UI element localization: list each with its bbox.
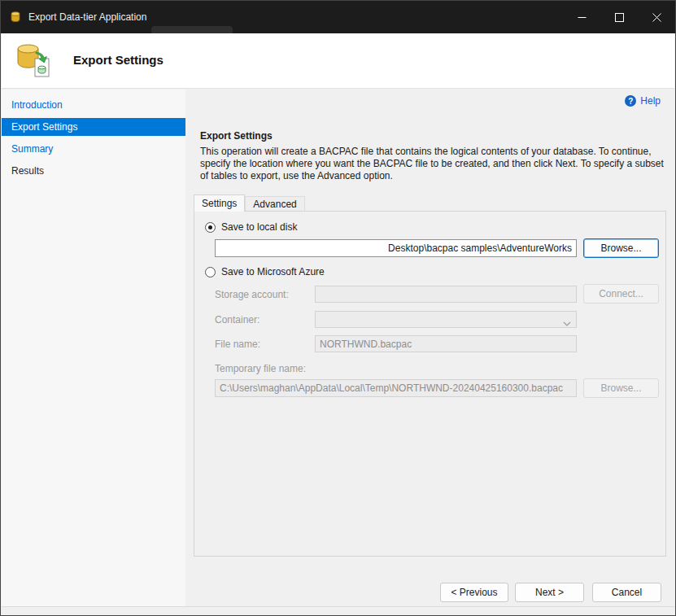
sidebar-item-introduction[interactable]: Introduction xyxy=(2,96,185,114)
save-to-local-disk-label: Save to local disk xyxy=(221,221,297,233)
wizard-header: Export Settings xyxy=(2,33,674,89)
close-button[interactable] xyxy=(638,1,675,33)
browse-local-button[interactable]: Browse... xyxy=(583,238,659,258)
sidebar-item-summary[interactable]: Summary xyxy=(2,140,185,158)
titlebar-highlight-strip xyxy=(151,26,233,33)
settings-tab-panel: Save to local disk Browse... Save to Mic… xyxy=(194,211,666,557)
chevron-down-icon xyxy=(563,317,571,329)
page-title: Export Settings xyxy=(73,53,164,67)
temporary-file-name-input xyxy=(215,379,577,397)
cancel-button[interactable]: Cancel xyxy=(592,583,661,602)
window-controls xyxy=(563,1,675,33)
settings-tabstrip: Settings Advanced xyxy=(194,194,305,211)
sidebar-item-results: Results xyxy=(2,162,185,180)
description-text: This operation will create a BACPAC file… xyxy=(200,146,670,182)
tab-settings[interactable]: Settings xyxy=(194,194,245,212)
previous-button[interactable]: < Previous xyxy=(440,583,508,602)
save-to-azure-radio[interactable] xyxy=(205,267,216,277)
storage-account-input xyxy=(315,286,577,303)
wizard-steps-sidebar: Introduction Export Settings Summary Res… xyxy=(2,90,185,606)
temporary-file-name-label: Temporary file name: xyxy=(215,363,306,374)
window-bottom-strip xyxy=(2,606,674,614)
export-data-tier-icon xyxy=(13,41,54,84)
export-data-tier-application-window: Export Data-tier Application xyxy=(0,0,676,616)
help-icon: ? xyxy=(625,95,636,107)
window-title: Export Data-tier Application xyxy=(28,11,146,23)
help-label: Help xyxy=(640,95,661,107)
local-path-input[interactable] xyxy=(215,239,577,257)
maximize-button[interactable] xyxy=(600,1,638,33)
save-to-azure-option: Save to Microsoft Azure xyxy=(205,266,325,277)
minimize-button[interactable] xyxy=(563,1,600,33)
save-to-local-disk-option: Save to local disk xyxy=(205,221,297,233)
browse-temporary-button: Browse... xyxy=(583,378,659,398)
main-content: ? Help Export Settings This operation wi… xyxy=(185,90,674,606)
app-icon xyxy=(9,11,22,24)
sidebar-item-export-settings[interactable]: Export Settings xyxy=(2,118,185,136)
titlebar: Export Data-tier Application xyxy=(1,1,675,33)
file-name-input xyxy=(315,335,577,352)
help-link[interactable]: ? Help xyxy=(625,95,661,107)
storage-account-label: Storage account: xyxy=(215,289,289,300)
tab-advanced[interactable]: Advanced xyxy=(245,196,304,211)
container-select xyxy=(315,311,577,328)
file-name-label: File name: xyxy=(215,339,260,350)
container-label: Container: xyxy=(215,314,259,325)
connect-button: Connect... xyxy=(583,284,659,304)
section-title: Export Settings xyxy=(200,130,273,142)
next-button[interactable]: Next > xyxy=(515,583,584,602)
save-to-local-disk-radio[interactable] xyxy=(205,222,216,233)
save-to-azure-label: Save to Microsoft Azure xyxy=(221,266,325,277)
